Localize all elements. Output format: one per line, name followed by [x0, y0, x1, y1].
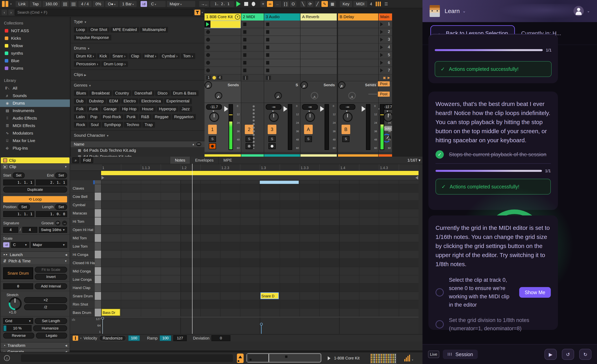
track-dropdown-icon[interactable]: ▾ — [235, 14, 240, 20]
volume-value-field[interactable]: -∞ — [266, 104, 282, 110]
collection-item[interactable]: Kicks — [0, 35, 70, 42]
clip-slot[interactable]: 1 — [379, 21, 392, 28]
track-solo-button[interactable]: S — [246, 136, 253, 142]
volume-fader-handle[interactable] — [379, 106, 379, 112]
send-knob[interactable]: A — [275, 92, 282, 100]
interval-field[interactable]: 0 — [3, 283, 33, 289]
drum-row-label[interactable]: Hand Clap — [70, 284, 95, 292]
genre-filter-chip[interactable]: Funk — [87, 106, 100, 112]
genre-filter-chip[interactable]: Dancehall — [132, 90, 154, 96]
pitch-time-section-header[interactable]: ⇵Pitch & Time▼ — [1, 258, 70, 264]
pan-knob[interactable] — [269, 112, 279, 122]
learn-menu[interactable]: Learn⌄ — [445, 8, 466, 14]
groove-commit-icon[interactable]: ⟳ — [55, 221, 60, 226]
genre-filter-chip[interactable]: Rock — [74, 122, 88, 128]
library-item[interactable]: ⌻ Max for Live — [0, 137, 70, 144]
browser-back-icon[interactable]: ‹ — [2, 10, 7, 15]
track-header[interactable]: A Reverb ▾ — [300, 13, 337, 21]
task-radio-circle[interactable] — [435, 288, 444, 296]
type-filter-chip[interactable]: Multisampled — [140, 27, 168, 32]
clip-slot[interactable]: 4 — [379, 44, 392, 51]
clip-slot[interactable]: 6 — [379, 59, 392, 67]
genre-filter-chip[interactable]: EDM — [107, 98, 120, 104]
drum-row-lane[interactable] — [101, 184, 418, 193]
drum-row-label[interactable]: Cymbal — [70, 201, 95, 209]
velocity-max-field[interactable]: 127 — [173, 335, 187, 341]
pan-knob[interactable] — [209, 112, 219, 122]
arm-record-button[interactable] — [209, 143, 216, 149]
stop-button[interactable] — [244, 2, 248, 6]
clip-slot[interactable] — [204, 36, 241, 44]
volume-fader-handle[interactable] — [224, 106, 228, 112]
follow-button[interactable]: →‥ — [199, 1, 209, 7]
clip-slot[interactable] — [241, 67, 264, 75]
clip-slot[interactable] — [241, 36, 264, 44]
pan-knob[interactable] — [305, 112, 315, 122]
clip-slot[interactable] — [338, 21, 378, 28]
volume-value-field[interactable]: -∞ — [302, 104, 318, 110]
groove-amount-field[interactable]: 0% — [93, 1, 104, 7]
zoom-search-icon[interactable]: ⌕ — [72, 157, 79, 163]
drum-row-label[interactable]: Open Hi Hat — [70, 226, 95, 234]
clip-slot[interactable] — [300, 59, 337, 67]
loop-toggle-button[interactable]: ⟲ Loop — [3, 196, 67, 202]
task-radio-circle[interactable] — [435, 320, 444, 328]
drum-row-key-zone[interactable] — [95, 226, 101, 234]
drum-row-label[interactable]: Bass Drum — [70, 309, 95, 317]
post-toggle-button[interactable]: Post — [378, 81, 390, 86]
track-header[interactable]: B Delay ▾ — [338, 13, 378, 21]
filter-funnel-icon[interactable] — [195, 10, 200, 15]
browser-file-row[interactable]: ▦ 64 Pads Dub Techno Kit.adg — [71, 147, 204, 154]
drum-row-label[interactable]: Low Tom — [70, 242, 95, 251]
clip-slot[interactable] — [300, 67, 337, 75]
drum-row-key-zone[interactable] — [95, 201, 101, 209]
velocity-marker-icon[interactable] — [73, 336, 78, 341]
add-interval-button[interactable]: Add Interval — [35, 283, 67, 289]
lesson-scroll-area[interactable]: 1/1 ✓ Actions completed successfully! Wo… — [423, 45, 597, 344]
clip-slot[interactable] — [338, 52, 378, 59]
search-input[interactable] — [15, 9, 193, 16]
type-filter-chip[interactable]: One Shot — [88, 27, 110, 32]
track-header[interactable]: Main ▾ — [379, 13, 392, 21]
clip-slot[interactable] — [204, 28, 241, 36]
marker-lane[interactable] — [101, 175, 418, 180]
genres-filter-title[interactable]: Genres ▼ — [74, 83, 201, 88]
clip-slot[interactable] — [264, 59, 300, 67]
send-knob[interactable]: A — [215, 92, 222, 100]
metronome-button[interactable]: O● — [105, 1, 118, 7]
filter-dropdown-icon[interactable]: ▾ — [202, 11, 203, 14]
capture-midi-icon[interactable]: + — [260, 1, 266, 7]
clip-slot[interactable] — [264, 36, 300, 44]
lesson-play-button[interactable]: ▶ — [544, 349, 557, 360]
transform-section-header[interactable]: ◔Transform◀ — [1, 342, 70, 349]
drum-row-key-zone[interactable] — [95, 209, 101, 217]
ramp-amount-field[interactable]: 100 — [159, 335, 171, 341]
track-solo-button[interactable]: S — [305, 136, 312, 142]
row-preview-headphone-icon[interactable]: ∩ — [93, 180, 95, 184]
stretch-x2-button[interactable]: ×2 — [24, 297, 67, 303]
clip-slot[interactable] — [264, 21, 300, 28]
post-toggle-button[interactable]: Post — [378, 92, 390, 97]
genre-filter-chip[interactable]: R&B — [139, 114, 152, 120]
velocity-lane-dropdown[interactable]: ▾ — [80, 337, 82, 340]
editor-tab[interactable]: Envelopes — [190, 157, 218, 164]
drum-row-lane[interactable] — [101, 284, 418, 292]
drum-row-label[interactable]: Closed Hi Hat — [70, 259, 95, 267]
grid-setting-button[interactable]: 1/16T ▾ — [408, 158, 421, 163]
clip-slot[interactable] — [338, 36, 378, 44]
link-button[interactable]: Link — [16, 1, 28, 7]
collection-item[interactable]: Drums — [0, 64, 70, 72]
drum-row-label[interactable]: Mid Tom — [70, 234, 95, 242]
clip-slot[interactable]: 5 — [379, 52, 392, 59]
drum-row-label[interactable]: Low Conga — [70, 275, 95, 284]
info-icon[interactable]: i — [4, 355, 10, 361]
tempo-field[interactable]: 160.00 — [43, 1, 60, 7]
drums-filter-chip[interactable]: Kick — [97, 53, 109, 59]
drum-row-key-zone[interactable] — [95, 284, 101, 292]
genre-filter-chip[interactable]: Electronica — [139, 98, 163, 104]
genre-filter-chip[interactable]: House — [140, 106, 156, 112]
lesson-redo-button[interactable]: ↻ — [579, 349, 591, 360]
genre-filter-chip[interactable]: Electro — [121, 98, 138, 104]
genre-filter-chip[interactable]: Disco — [155, 90, 170, 96]
drum-row-label[interactable]: Claves — [70, 184, 95, 193]
